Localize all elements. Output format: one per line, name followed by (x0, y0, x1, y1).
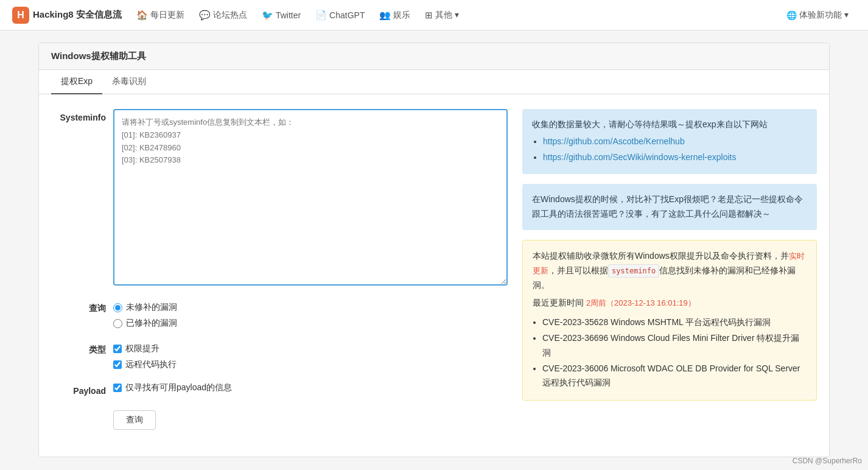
nav-label-chatgpt: ChatGPT (329, 10, 365, 20)
link-item-1: https://github.com/Ascotbe/Kernelhub (543, 135, 807, 149)
payload-row: Payload 仅寻找有可用payload的信息 (51, 382, 508, 396)
type-label: 类型 (51, 341, 106, 356)
nav-item-chatgpt[interactable]: 📄 ChatGPT (309, 6, 371, 24)
grid-icon: ⊞ (425, 10, 433, 21)
submit-control: 查询 (113, 408, 508, 430)
cve-list: CVE-2023-35628 Windows MSHTML 平台远程代码执行漏洞… (542, 315, 807, 390)
info-blue1-text: 收集的数据量较大，请耐心等待结果哦～提权exp来自以下网站 (532, 119, 768, 129)
nav-label-other: 其他 ▾ (435, 10, 459, 21)
secwiki-link[interactable]: https://github.com/SecWiki/windows-kerne… (543, 152, 736, 162)
kernelhub-link[interactable]: https://github.com/Ascotbe/Kernelhub (543, 136, 685, 146)
radio-patched-label: 已修补的漏洞 (126, 318, 177, 329)
radio-unpatched-label: 未修补的漏洞 (126, 302, 177, 313)
type-control: 权限提升 远程代码执行 (113, 341, 508, 370)
nav-item-daily[interactable]: 🏠 每日更新 (130, 6, 191, 24)
radio-group: 未修补的漏洞 已修补的漏洞 (113, 300, 508, 329)
submit-row: 查询 (51, 408, 508, 430)
checkbox-remote-label: 远程代码执行 (125, 359, 177, 370)
radio-patched-input[interactable] (113, 319, 122, 328)
try-feature-label: 体验新功能 ▾ (799, 10, 849, 21)
watermark: CSDN @SuperherRo (793, 457, 862, 465)
payload-control: 仅寻找有可用payload的信息 (113, 382, 508, 393)
submit-button[interactable]: 查询 (113, 410, 156, 430)
type-row: 类型 权限提升 远程代码执行 (51, 341, 508, 370)
checkbox-priv-input[interactable] (113, 345, 122, 353)
systeminfo-control (113, 109, 508, 287)
nav-label-daily: 每日更新 (150, 10, 184, 21)
radio-patched[interactable]: 已修补的漏洞 (113, 318, 508, 329)
info-box-yellow: 本站提权辅助收录微软所有Windows权限提升以及命令执行资料，并实时更新，并且… (522, 240, 817, 401)
globe-icon: 🌐 (786, 10, 797, 20)
site-logo[interactable]: H Hacking8 安全信息流 (12, 7, 122, 24)
try-feature-button[interactable]: 🌐 体验新功能 ▾ (779, 6, 856, 24)
info-box-blue1: 收集的数据量较大，请耐心等待结果哦～提权exp来自以下网站 https://gi… (522, 109, 817, 174)
yellow-update-line: 最近更新时间 2周前（2023-12-13 16:01:19） (533, 296, 807, 310)
checkbox-remote-input[interactable] (113, 360, 122, 369)
nav-label-entertainment: 娱乐 (393, 10, 410, 21)
info-blue2-text: 在Windows提权的时候，对比补丁找Exp很烦吧？老是忘记一些提权命令跟工具的… (532, 194, 803, 219)
nav-item-entertainment[interactable]: 👥 娱乐 (373, 6, 416, 24)
tabs-bar: 提权Exp 杀毒识别 (39, 70, 829, 94)
cve-item-1: CVE-2023-35628 Windows MSHTML 平台远程代码执行漏洞 (542, 315, 807, 330)
form-body: Systeminfo 查询 未修补的漏洞 (39, 94, 829, 457)
cve-item-2: CVE-2023-36696 Windows Cloud Files Mini … (542, 331, 807, 360)
cve-label-3: CVE-2023-36006 Microsoft WDAC OLE DB Pro… (542, 363, 800, 388)
systeminfo-textarea[interactable] (113, 109, 508, 286)
tab-privesc[interactable]: 提权Exp (51, 70, 102, 94)
checkbox-payload-label: 仅寻找有可用payload的信息 (125, 382, 232, 393)
yellow-code: systeminfo (608, 264, 659, 278)
systeminfo-label: Systeminfo (51, 109, 106, 122)
logo-text: Hacking8 安全信息流 (33, 9, 122, 21)
cve-label-2: CVE-2023-36696 Windows Cloud Files Mini … (542, 333, 799, 357)
checkbox-payload-input[interactable] (113, 384, 122, 392)
nav-label-twitter: Twitter (276, 10, 301, 20)
checkbox-priv[interactable]: 权限提升 (113, 343, 508, 354)
radio-unpatched[interactable]: 未修补的漏洞 (113, 302, 508, 313)
main-wrapper: Windows提权辅助工具 提权Exp 杀毒识别 Systeminfo 查询 (26, 43, 842, 457)
tab-antivirus[interactable]: 杀毒识别 (102, 70, 156, 94)
cve-label-1: CVE-2023-35628 Windows MSHTML 平台远程代码执行漏洞 (542, 317, 771, 327)
chat-icon: 💬 (199, 10, 211, 21)
logo-icon: H (12, 7, 29, 24)
page-card: Windows提权辅助工具 提权Exp 杀毒识别 Systeminfo 查询 (38, 43, 830, 457)
doc-icon: 📄 (315, 10, 327, 21)
form-right: 收集的数据量较大，请耐心等待结果哦～提权exp来自以下网站 https://gi… (522, 109, 817, 442)
yellow-intro: 本站提权辅助收录微软所有Windows权限提升以及命令执行资料，并 (533, 251, 789, 261)
people-icon: 👥 (379, 10, 391, 21)
checkbox-group: 权限提升 远程代码执行 (113, 341, 508, 370)
nav-item-twitter[interactable]: 🐦 Twitter (256, 6, 307, 24)
link-item-2: https://github.com/SecWiki/windows-kerne… (543, 150, 807, 165)
systeminfo-row: Systeminfo (51, 109, 508, 287)
nav-item-other[interactable]: ⊞ 其他 ▾ (419, 6, 465, 24)
form-left: Systeminfo 查询 未修补的漏洞 (51, 109, 508, 442)
yellow-update-time: 2周前（2023-12-13 16:01:19） (586, 298, 696, 307)
yellow-update-prefix: 最近更新时间 (533, 298, 584, 307)
query-row: 查询 未修补的漏洞 已修补的漏洞 (51, 300, 508, 329)
info-blue1-links: https://github.com/Ascotbe/Kernelhub htt… (543, 135, 807, 165)
info-box-blue2: 在Windows提权的时候，对比补丁找Exp很烦吧？老是忘记一些提权命令跟工具的… (522, 184, 817, 230)
yellow-intro-line: 本站提权辅助收录微软所有Windows权限提升以及命令执行资料，并实时更新，并且… (533, 249, 807, 292)
page-title: Windows提权辅助工具 (39, 43, 829, 70)
home-icon: 🏠 (136, 10, 148, 21)
cve-item-3: CVE-2023-36006 Microsoft WDAC OLE DB Pro… (542, 362, 807, 391)
radio-unpatched-input[interactable] (113, 303, 122, 312)
checkbox-remote[interactable]: 远程代码执行 (113, 359, 508, 370)
checkbox-priv-label: 权限提升 (125, 343, 159, 354)
twitter-icon: 🐦 (262, 10, 273, 21)
nav-item-forum[interactable]: 💬 论坛热点 (193, 6, 253, 24)
query-control: 未修补的漏洞 已修补的漏洞 (113, 300, 508, 329)
nav-label-forum: 论坛热点 (213, 10, 247, 21)
checkbox-payload[interactable]: 仅寻找有可用payload的信息 (113, 382, 508, 393)
yellow-intro2: ，并且可以根据 (548, 265, 608, 275)
query-label: 查询 (51, 300, 106, 314)
navbar: H Hacking8 安全信息流 🏠 每日更新 💬 论坛热点 🐦 Twitter… (0, 0, 868, 30)
payload-label: Payload (51, 382, 106, 396)
nav-right: 🌐 体验新功能 ▾ (779, 6, 856, 24)
